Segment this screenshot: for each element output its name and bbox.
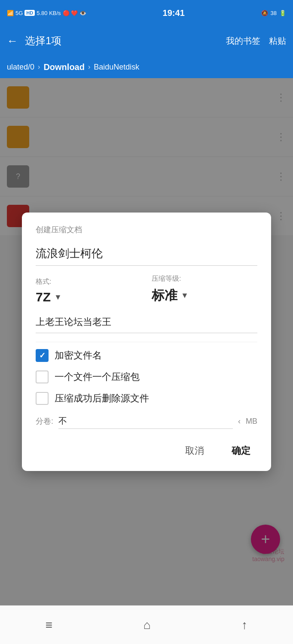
battery-label: 38 (271, 10, 277, 16)
confirm-button[interactable]: 确定 (225, 441, 257, 461)
encrypt-filename-row[interactable]: 加密文件名 (36, 349, 257, 362)
nav-bar: ← 选择1项 我的书签 粘贴 (0, 26, 293, 56)
level-value: 标准 (152, 287, 177, 304)
home-icon[interactable]: ⌂ (143, 618, 151, 632)
split-file-row[interactable]: 一个文件一个压缩包 (36, 371, 257, 383)
status-right: 🔕 38 🔋 (261, 10, 286, 16)
bookmark-button[interactable]: 我的书签 (226, 35, 260, 47)
signal-icon: 📶 (7, 10, 14, 16)
password-input[interactable] (36, 313, 257, 333)
breadcrumb-chevron1: › (38, 63, 40, 71)
breadcrumb-part3[interactable]: BaiduNetdisk (94, 63, 139, 72)
level-label: 压缩等级: (152, 274, 257, 283)
level-arrow-icon: ▼ (181, 291, 189, 300)
split-chevron-icon[interactable]: ‹ (238, 417, 241, 426)
create-archive-dialog: 创建压缩文档 格式: 7Z ▼ 压缩等级: 标准 ▼ (22, 213, 271, 471)
delete-source-label: 压缩成功后删除源文件 (55, 392, 149, 405)
mute-icon: 🔕 (261, 10, 268, 16)
file-list: ⋮ ⋮ ? ⋮ ⋮ 老王论坛 taowang.vip + 创建压缩文档 (0, 78, 293, 605)
split-volume-label: 分卷: (36, 416, 53, 426)
split-unit-label: MB (246, 417, 257, 426)
signal-type: 5G (15, 10, 23, 16)
breadcrumb-part2[interactable]: Download (43, 62, 85, 72)
cancel-button[interactable]: 取消 (178, 441, 211, 461)
speed-label: 5.80 KB/s (37, 10, 61, 16)
page-title: 选择1项 (25, 34, 219, 48)
format-arrow-icon: ▼ (54, 293, 62, 302)
divider (36, 342, 257, 342)
battery-icon: 🔋 (279, 10, 286, 16)
split-volume-input[interactable] (58, 413, 233, 429)
format-field: 格式: 7Z ▼ (36, 277, 141, 304)
encrypt-filename-checkbox[interactable] (36, 349, 49, 362)
nav-actions: 我的书签 粘贴 (226, 35, 286, 47)
level-select[interactable]: 标准 ▼ (152, 287, 257, 304)
split-volume-row: 分卷: ‹ MB (36, 413, 257, 429)
format-level-row: 格式: 7Z ▼ 压缩等级: 标准 ▼ (36, 274, 257, 304)
encrypt-filename-label: 加密文件名 (55, 349, 102, 362)
paste-button[interactable]: 粘贴 (269, 35, 286, 47)
format-select[interactable]: 7Z ▼ (36, 290, 141, 304)
split-file-checkbox[interactable] (36, 371, 49, 383)
status-time: 19:41 (163, 8, 185, 18)
modal-overlay: 创建压缩文档 格式: 7Z ▼ 压缩等级: 标准 ▼ (0, 78, 293, 605)
format-value: 7Z (36, 290, 51, 304)
dialog-buttons: 取消 确定 (36, 441, 257, 461)
breadcrumb: ulated/0 › Download › BaiduNetdisk (0, 56, 293, 78)
archive-name-input[interactable] (36, 243, 257, 266)
status-bar: 📶 5G HD 5.80 KB/s 🔴 ❤️ 👁️ 19:41 🔕 38 🔋 (0, 0, 293, 26)
delete-source-row[interactable]: 压缩成功后删除源文件 (36, 392, 257, 405)
level-field: 压缩等级: 标准 ▼ (152, 274, 257, 304)
split-file-label: 一个文件一个压缩包 (55, 371, 140, 383)
hd-badge: HD (24, 10, 35, 16)
menu-icon[interactable]: ≡ (46, 618, 52, 632)
status-left: 📶 5G HD 5.80 KB/s 🔴 ❤️ 👁️ (7, 10, 86, 16)
format-label: 格式: (36, 277, 141, 286)
delete-source-checkbox[interactable] (36, 392, 49, 405)
back-button[interactable]: ← (7, 34, 18, 48)
breadcrumb-part1[interactable]: ulated/0 (7, 63, 34, 72)
bottom-nav: ≡ ⌂ ↑ (0, 605, 293, 644)
app-icons: 🔴 ❤️ 👁️ (63, 10, 86, 16)
breadcrumb-chevron2: › (88, 63, 90, 71)
dialog-title: 创建压缩文档 (36, 225, 257, 235)
share-icon[interactable]: ↑ (241, 618, 247, 632)
